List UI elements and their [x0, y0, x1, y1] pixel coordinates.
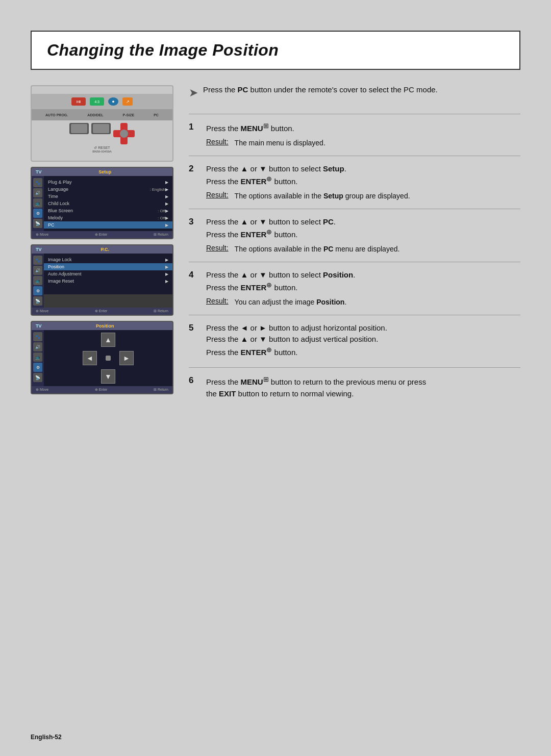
step-num-1: 1: [189, 122, 199, 132]
setup-menu-body: Plug & Play ▶ Language : English ▶ Time: [44, 176, 172, 231]
remote-btn-1: [69, 123, 89, 134]
pc-screen: TV P.C. 🐾 🔊 📺 ⚙ 📡: [31, 244, 173, 316]
footer-move: ⊕ Move: [36, 233, 48, 237]
menu-image-lock: Image Lock ▶: [44, 256, 172, 263]
model-number: BN59-00459A: [92, 150, 112, 153]
step-6-text: Press the MENU⊞ button to return to the …: [206, 375, 520, 399]
setup-title: Setup: [98, 169, 111, 174]
pos-footer: ⊕ Move ⊕ Enter ⊞ Return: [32, 386, 172, 393]
pc-title: P.C.: [101, 247, 109, 252]
step-5-text: Press the ◄ or ► button to adjust horizo…: [206, 322, 520, 359]
pc-header: TV P.C.: [32, 245, 172, 254]
menu-pc: PC ▶: [44, 221, 172, 229]
auto-prog-label: AUTO PROG.: [45, 113, 68, 117]
remote-control-image: I·II 4:3 ● ↗ AUTO PROG. ADD/DEL P-SIZE P…: [31, 85, 173, 162]
menu-child-lock: Child Lock ▶: [44, 200, 172, 207]
step-num-6: 6: [189, 375, 199, 386]
add-del-label: ADD/DEL: [87, 113, 103, 117]
pos-arrow-up: ▲: [101, 333, 115, 347]
nav-cross: [113, 123, 135, 144]
step-1: 1 Press the MENU⊞ button. Result: The ma…: [189, 114, 520, 156]
pc-side-2: 🔊: [33, 266, 42, 275]
reset-label: ↺ RESET: [94, 146, 110, 150]
pc-footer-enter: ⊕ Enter: [95, 309, 108, 313]
pc-menu-body: Image Lock ▶ Position ▶ Auto Adjustment …: [44, 254, 172, 294]
step-3: 3 Press the ▲ or ▼ button to select PC.P…: [189, 209, 520, 262]
setup-footer: ⊕ Move ⊕ Enter ⊞ Return: [32, 231, 172, 238]
page: Changing the Image Position I·II 4:3 ● ↗…: [0, 0, 551, 756]
step-num-5: 5: [189, 323, 199, 333]
pc-sidebar: 🐾 🔊 📺 ⚙ 📡: [32, 254, 44, 308]
result-text-3: The options available in the PC menu are…: [235, 244, 400, 255]
intro-arrow-icon: ➤: [189, 86, 198, 99]
pos-footer-enter: ⊕ Enter: [95, 388, 108, 392]
position-arrows: ▲ ◄ ► ▼: [83, 333, 134, 384]
side-icon-2: 🔊: [33, 188, 42, 197]
setup-screen: TV Setup 🐾 🔊 📺 ⚙ 📡: [31, 167, 173, 239]
setup-header: TV Setup: [32, 168, 172, 176]
pos-side-3: 📺: [33, 352, 42, 362]
pos-footer-move: ⊕ Move: [36, 388, 48, 392]
btn-blue: ●: [108, 97, 118, 106]
setup-sidebar: 🐾 🔊 📺 ⚙ 📡: [32, 176, 44, 231]
pc-label: PC: [154, 113, 159, 117]
side-icon-1: 🐾: [33, 178, 42, 187]
position-header: TV Position: [32, 322, 172, 330]
step-2: 2 Press the ▲ or ▼ button to select Setu…: [189, 156, 520, 209]
footer-enter: ⊕ Enter: [95, 233, 108, 237]
pc-side-active: ⚙: [33, 286, 42, 295]
result-label-4: Result:: [206, 297, 229, 308]
tv-label-3: TV: [36, 323, 42, 329]
pos-side-active: ⚙: [33, 363, 42, 372]
menu-time: Time ▶: [44, 193, 172, 200]
pos-center: [106, 356, 111, 361]
pos-side-2: 🔊: [33, 342, 42, 351]
position-title: Position: [96, 323, 114, 329]
btn-green: 4:3: [90, 97, 104, 106]
step-num-4: 4: [189, 270, 199, 280]
step-4-text: Press the ▲ or ▼ button to select Positi…: [206, 269, 520, 294]
page-footer: English-52: [31, 734, 62, 741]
result-label-2: Result:: [206, 191, 229, 201]
result-label-3: Result:: [206, 244, 229, 255]
result-text-4: You can adjust the image Position.: [235, 297, 347, 308]
menu-plug-play: Plug & Play ▶: [44, 179, 172, 186]
step-3-text: Press the ▲ or ▼ button to select PC.Pre…: [206, 216, 520, 241]
footer-return: ⊞ Return: [154, 233, 168, 237]
step-6: 6 Press the MENU⊞ button to return to th…: [189, 367, 520, 409]
pos-arrow-left: ◄: [83, 351, 97, 365]
menu-language: Language : English ▶: [44, 186, 172, 193]
btn-red: I·II: [71, 97, 86, 106]
pos-arrow-down: ▼: [101, 369, 115, 384]
pos-side-4: 📡: [33, 373, 42, 382]
pos-side-1: 🐾: [33, 332, 42, 341]
menu-auto-adj: Auto Adjustment ▶: [44, 270, 172, 278]
pos-footer-return: ⊞ Return: [154, 388, 168, 392]
title-box: Changing the Image Position: [31, 31, 520, 70]
page-title: Changing the Image Position: [47, 41, 504, 60]
menu-position: Position ▶: [44, 263, 172, 270]
btn-orange: ↗: [122, 97, 133, 106]
step-5: 5 Press the ◄ or ► button to adjust hori…: [189, 315, 520, 368]
step-1-text: Press the MENU⊞ button.: [206, 121, 520, 135]
result-text-1: The main menu is displayed.: [235, 138, 325, 148]
right-column: ➤ Press the PC button under the remote's…: [189, 85, 520, 409]
left-column: I·II 4:3 ● ↗ AUTO PROG. ADD/DEL P-SIZE P…: [31, 85, 173, 409]
step-num-3: 3: [189, 217, 199, 227]
position-screen: TV Position 🐾 🔊 📺 ⚙ 📡: [31, 321, 173, 394]
position-body: ▲ ◄ ► ▼: [44, 330, 172, 386]
pc-footer-move: ⊕ Move: [36, 309, 48, 313]
pc-side-1: 🐾: [33, 256, 42, 265]
step-2-text: Press the ▲ or ▼ button to select Setup.…: [206, 163, 520, 188]
tv-label-2: TV: [36, 247, 42, 252]
pc-footer: ⊕ Move ⊕ Enter ⊞ Return: [32, 308, 172, 315]
side-icon-active: ⚙: [33, 209, 42, 218]
side-icon-4: 📡: [33, 219, 42, 228]
pc-side-3: 📺: [33, 276, 42, 285]
result-label-1: Result:: [206, 138, 229, 148]
intro-text: Press the PC button under the remote's c…: [203, 85, 438, 94]
pc-side-4: 📡: [33, 296, 42, 306]
pc-footer-return: ⊞ Return: [154, 309, 168, 313]
side-icon-3: 📺: [33, 198, 42, 208]
menu-melody: Melody : Off ▶: [44, 214, 172, 221]
